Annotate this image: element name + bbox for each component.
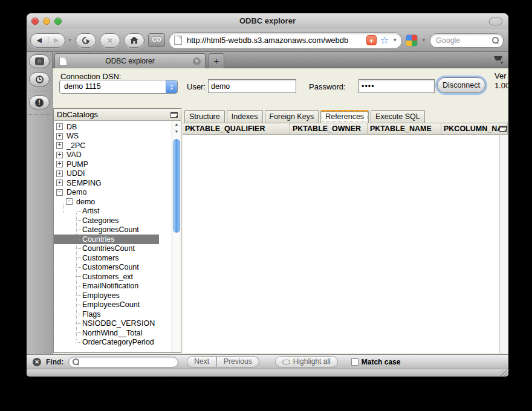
- url-bar[interactable]: + ☆ ▼: [169, 32, 402, 49]
- results-tab-structure[interactable]: Structure: [184, 110, 225, 123]
- column-header-pktable-name[interactable]: PKTABLE_NAME: [368, 123, 441, 134]
- toolbar-toggle-lozenge[interactable]: [489, 18, 502, 25]
- tree-item-uddi[interactable]: +UDDI: [54, 169, 159, 179]
- column-header-pktable-owner[interactable]: PKTABLE_OWNER: [290, 123, 368, 134]
- grid-dock-icon[interactable]: [499, 126, 507, 132]
- tree-item-label: DB: [66, 123, 77, 131]
- tree-item-pump[interactable]: +PUMP: [54, 160, 159, 169]
- new-tab-button[interactable]: +: [209, 53, 224, 68]
- home-button[interactable]: [124, 33, 144, 48]
- tree-item-customerscount[interactable]: CustomersCount: [54, 263, 159, 273]
- column-header-pktable-qualifier[interactable]: PKTABLE_QUALIFIER: [183, 123, 290, 134]
- tree-item-semping[interactable]: +SEMPING: [54, 178, 159, 188]
- results-tab-execute-sql[interactable]: Execute SQL: [371, 110, 425, 123]
- find-input[interactable]: [82, 357, 174, 367]
- tree-item-employeescount[interactable]: EmployeesCount: [54, 300, 159, 310]
- dsn-selected-value: demo 1115: [64, 82, 101, 91]
- url-dropdown-caret[interactable]: ▼: [392, 37, 397, 43]
- resize-grip[interactable]: [501, 370, 508, 376]
- tree-item-artist[interactable]: Artist: [54, 207, 159, 216]
- bookmarks-sidebar-button[interactable]: ☆: [29, 54, 50, 68]
- back-button[interactable]: ◀: [31, 36, 48, 44]
- errors-sidebar-button[interactable]: !: [29, 95, 50, 109]
- results-tab-references[interactable]: References: [320, 110, 369, 123]
- tree-item-categories[interactable]: Categories: [54, 216, 159, 225]
- tree-item-nsiodbc-version[interactable]: NSIODBC_VERSION: [54, 319, 159, 329]
- match-case-option[interactable]: Match case: [351, 358, 401, 366]
- results-tab-indexes[interactable]: Indexes: [227, 110, 263, 123]
- expand-toggle-icon[interactable]: +: [56, 161, 63, 167]
- scrollbar-thumb[interactable]: [173, 139, 180, 233]
- web-search-input[interactable]: [435, 36, 490, 45]
- panel-dock-icon[interactable]: [170, 112, 178, 118]
- co-extension-button[interactable]: CO: [148, 33, 165, 47]
- match-case-checkbox[interactable]: [351, 358, 358, 366]
- list-all-tabs-caret: ▼: [500, 61, 504, 65]
- collapse-toggle-icon[interactable]: −: [66, 198, 73, 205]
- tree-item-customers-ext[interactable]: Customers_ext: [54, 272, 159, 282]
- tree-item-ws[interactable]: +WS: [54, 132, 159, 141]
- tree-item-ordercategoryperiod[interactable]: OrderCategoryPeriod: [54, 338, 159, 348]
- web-search-box[interactable]: [430, 33, 504, 48]
- expand-toggle-icon[interactable]: +: [56, 133, 63, 140]
- add-bookmark-badge-icon[interactable]: +: [366, 35, 377, 45]
- stop-button[interactable]: ×: [100, 33, 120, 48]
- disconnect-button[interactable]: Disconnect: [437, 77, 485, 93]
- tree-item-countries[interactable]: Countries: [54, 235, 159, 244]
- history-sidebar-button[interactable]: [29, 73, 50, 86]
- find-previous-button[interactable]: Previous: [216, 356, 259, 367]
- tree-scrollbar[interactable]: ▲ ▼: [172, 121, 181, 352]
- bookmark-star-icon[interactable]: ☆: [380, 36, 389, 45]
- find-next-button[interactable]: Next: [187, 356, 216, 367]
- grid-header: PKTABLE_QUALIFIERPKTABLE_OWNERPKTABLE_NA…: [183, 123, 508, 135]
- tree-item-customers[interactable]: Customers: [54, 253, 159, 263]
- expand-toggle-icon[interactable]: +: [56, 180, 63, 186]
- expand-toggle-icon[interactable]: +: [56, 123, 63, 130]
- search-magnifier-icon[interactable]: [492, 37, 499, 44]
- google-engine-icon[interactable]: [406, 34, 418, 47]
- history-dropdown-caret[interactable]: ▼: [68, 38, 72, 42]
- highlight-all-button[interactable]: Highlight all: [275, 356, 338, 367]
- tree-item-demo[interactable]: −demo: [54, 197, 159, 207]
- tree-item-label: VAD: [66, 150, 82, 159]
- tree-item-demo[interactable]: −Demo: [54, 188, 159, 198]
- expand-toggle-icon[interactable]: +: [56, 152, 63, 158]
- tree-item-label: CustomersCount: [82, 263, 139, 271]
- tree-item-vad[interactable]: +VAD: [54, 150, 159, 160]
- tab-close-icon[interactable]: ✕: [193, 57, 201, 65]
- expand-toggle-icon[interactable]: +: [56, 142, 63, 149]
- tree-item-2pc[interactable]: +_2PC: [54, 141, 159, 150]
- tree-item-northwind-total[interactable]: NorthWind__Total: [54, 328, 159, 338]
- find-close-icon[interactable]: ✕: [33, 358, 41, 366]
- expand-toggle-icon[interactable]: +: [56, 170, 63, 177]
- scroll-down-arrow[interactable]: ▼: [172, 128, 181, 135]
- column-header-pkcolumn-name[interactable]: PKCOLUMN_NAME: [441, 123, 508, 134]
- tree-item-emailnotification[interactable]: EmailNotification: [54, 282, 159, 291]
- search-engine-caret[interactable]: ▼: [421, 37, 426, 43]
- tree-item-countriescount[interactable]: CountriesCount: [54, 244, 159, 254]
- password-field[interactable]: [358, 79, 435, 93]
- url-input[interactable]: [186, 35, 363, 45]
- find-search-box[interactable]: [68, 357, 178, 367]
- tree-item-categoriescount[interactable]: CategoriesCount: [54, 225, 159, 235]
- results-tab-foreign-keys[interactable]: Foreign Keys: [265, 110, 319, 123]
- tree-connector: [76, 305, 81, 305]
- tree-connector: [76, 342, 81, 343]
- grid-scrollbar-track[interactable]: [499, 135, 508, 353]
- exclamation-icon: !: [35, 99, 44, 107]
- password-label: Password:: [309, 82, 346, 91]
- title-bar: ODBC explorer: [27, 13, 508, 29]
- tree-item-label: Countries: [82, 235, 115, 244]
- collapse-toggle-icon[interactable]: −: [56, 189, 63, 196]
- dsn-select[interactable]: demo 1115 ▲▼: [59, 80, 178, 94]
- forward-button[interactable]: ▶: [48, 36, 65, 44]
- reload-button[interactable]: [76, 33, 96, 48]
- tree-item-employees[interactable]: Employees: [54, 291, 159, 300]
- browser-tab-odbc-explorer[interactable]: ODBC explorer ✕: [54, 53, 206, 68]
- navigation-toolbar: ◀ ▶ ▼ × CO + ☆ ▼ ▼: [27, 29, 508, 52]
- scroll-up-arrow[interactable]: ▲: [172, 121, 181, 128]
- tree-item-flags[interactable]: Flags: [54, 309, 159, 319]
- tree-item-db[interactable]: +DB: [54, 122, 159, 132]
- list-all-tabs-button[interactable]: ▼: [494, 56, 504, 64]
- user-field[interactable]: [208, 79, 296, 93]
